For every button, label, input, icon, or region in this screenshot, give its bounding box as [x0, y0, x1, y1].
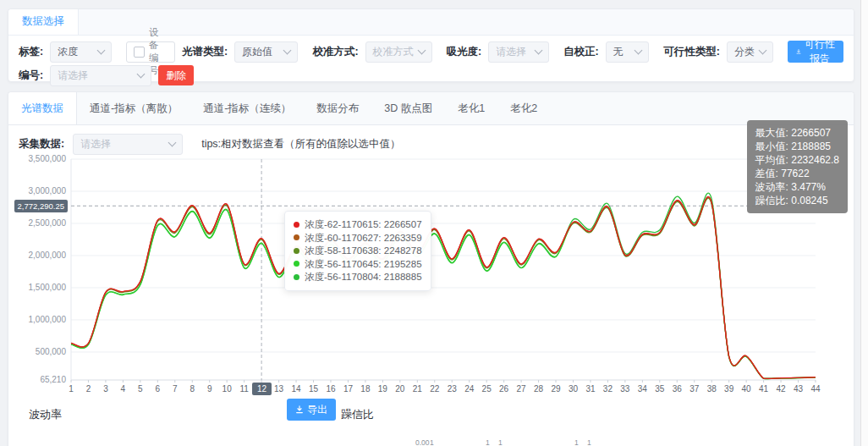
- tooltip-text: 浓度-56-1170645: 2195285: [305, 258, 422, 271]
- tooltip-text: 浓度-56-1170804: 2188885: [305, 271, 422, 284]
- x-axis-label: 35: [655, 384, 665, 394]
- tag-select-value: 浓度: [58, 45, 78, 59]
- x-axis-label: 19: [378, 384, 388, 394]
- number-placeholder: 请选择: [58, 69, 88, 83]
- y-axis-label: 2,000,000: [29, 251, 67, 260]
- calibration-select[interactable]: 校准方式: [365, 41, 432, 63]
- main-tab[interactable]: 3D 散点图: [371, 92, 445, 124]
- x-axis-label: 38: [707, 384, 717, 394]
- x-axis-label: 16: [326, 384, 336, 394]
- top-tabbar: 数据选择: [8, 9, 854, 36]
- y-axis-label: 65,210: [40, 375, 66, 384]
- main-tab[interactable]: 光谱数据: [8, 92, 77, 124]
- x-axis-pointer-badge: 12: [252, 383, 272, 395]
- x-axis-label: 43: [794, 384, 804, 394]
- stat-row: 平均值: 2232462.8: [755, 153, 839, 167]
- tag-select[interactable]: 浓度: [50, 41, 112, 63]
- self-calibration-value: 无: [613, 45, 624, 59]
- chevron-down-icon: [283, 47, 292, 55]
- spectrum-type-select[interactable]: 原始值: [234, 41, 298, 63]
- collect-row: 采集数据: 请选择 tips:相对数据查看（所有的值除以选中值）: [19, 132, 854, 156]
- x-axis-label: 5: [138, 384, 143, 394]
- tooltip-text: 浓度-60-1170627: 2263359: [305, 232, 422, 245]
- x-axis-label: 11: [239, 384, 249, 394]
- x-axis-label: 21: [413, 384, 423, 394]
- tab-data-selection[interactable]: 数据选择: [8, 9, 79, 35]
- tooltip-row: 浓度-60-1170627: 2263359: [294, 232, 422, 245]
- feasibility-report-button[interactable]: 可行性报告: [788, 41, 843, 63]
- y-axis-label: 3,000,000: [29, 186, 67, 195]
- self-calibration-select[interactable]: 无: [606, 41, 650, 63]
- filter-row-1: 标签: 浓度 设备编号 光谱类型: 原始值 校准方式: 校准方式: [19, 40, 843, 63]
- main-tab[interactable]: 通道-指标（连续）: [190, 92, 304, 124]
- noise-ratio-section-label: 躁信比: [341, 407, 374, 422]
- main-tab[interactable]: 通道-指标（离散）: [77, 92, 190, 124]
- volatility-section-label: 波动率: [29, 407, 62, 422]
- x-axis-label: 1: [69, 384, 74, 394]
- collect-data-select[interactable]: 请选择: [73, 134, 183, 155]
- x-axis-label: 30: [569, 384, 579, 394]
- collect-data-label: 采集数据:: [19, 137, 64, 151]
- chevron-down-icon: [168, 139, 177, 147]
- x-axis-label: 28: [534, 384, 544, 394]
- tooltip-row: 浓度-56-1170804: 2188885: [294, 271, 422, 284]
- tag-label: 标签:: [19, 45, 43, 59]
- chevron-down-icon: [137, 70, 146, 79]
- calibration-label: 校准方式:: [312, 45, 358, 59]
- series-dot-icon: [294, 222, 299, 228]
- x-axis-label: 4: [121, 384, 126, 394]
- x-axis-label: 25: [482, 384, 492, 394]
- series-dot-icon: [294, 234, 299, 240]
- x-axis-label: 39: [724, 384, 734, 394]
- axis-fragment-label: 1: [430, 438, 434, 446]
- stat-row: 波动率: 3.477%: [755, 180, 839, 194]
- collect-data-placeholder: 请选择: [80, 137, 111, 151]
- data-selection-card: 数据选择 标签: 浓度 设备编号 光谱类型: 原始值 校准方式:: [8, 8, 854, 82]
- main-tab[interactable]: 老化1: [445, 92, 497, 124]
- spectrum-type-value: 原始值: [242, 45, 272, 59]
- filters: 标签: 浓度 设备编号 光谱类型: 原始值 校准方式: 校准方式: [8, 36, 854, 87]
- axis-fragment-label: 1: [574, 438, 579, 446]
- axis-fragment-label: 1: [498, 438, 503, 446]
- x-axis-label: 10: [222, 384, 233, 394]
- chevron-down-icon: [97, 47, 106, 55]
- main-tab[interactable]: 数据分布: [304, 92, 371, 124]
- feasibility-type-label: 可行性类型:: [663, 45, 720, 59]
- main-tab[interactable]: 老化2: [497, 92, 550, 124]
- x-axis-label: 29: [551, 384, 561, 394]
- x-axis-label: 18: [360, 384, 371, 394]
- x-axis-label: 32: [603, 384, 613, 394]
- x-axis-label: 37: [689, 384, 700, 394]
- absorbance-select[interactable]: 请选择: [488, 41, 549, 63]
- calibration-placeholder: 校准方式: [373, 45, 414, 59]
- series-dot-icon: [294, 274, 299, 280]
- number-select[interactable]: 请选择: [50, 65, 151, 86]
- x-axis-label: 40: [742, 384, 752, 394]
- number-label: 编号:: [19, 69, 43, 83]
- y-axis-label: 500,000: [36, 347, 67, 356]
- tooltip-text: 浓度-58-1170638: 2248278: [305, 245, 422, 257]
- self-calibration-label: 自校正:: [563, 45, 599, 59]
- spectrum-card: 65,210500,0001,000,0001,500,0002,000,000…: [8, 91, 854, 446]
- tips-text: tips:相对数据查看（所有的值除以选中值）: [201, 137, 400, 151]
- absorbance-label: 吸光度:: [447, 45, 482, 59]
- delete-button[interactable]: 删除: [158, 65, 194, 85]
- feasibility-type-select[interactable]: 分类: [727, 41, 773, 63]
- x-axis-label: 8: [190, 384, 195, 394]
- chevron-down-icon: [635, 47, 643, 55]
- x-axis-label: 6: [156, 384, 161, 394]
- x-axis-label: 22: [430, 384, 440, 394]
- x-axis-label: 26: [499, 384, 509, 394]
- main-tabbar: 光谱数据通道-指标（离散）通道-指标（连续）数据分布3D 散点图老化1老化2: [8, 92, 854, 125]
- scrollbar[interactable]: [860, 0, 868, 446]
- download-icon: [796, 47, 801, 56]
- device-number-checkbox[interactable]: 设备编号: [126, 41, 175, 63]
- export-button[interactable]: 导出: [287, 399, 336, 421]
- x-axis-label: 36: [673, 384, 683, 394]
- axis-fragment-label: 1: [486, 438, 490, 446]
- x-axis-label: 24: [464, 384, 475, 394]
- x-axis-label: 3: [103, 384, 108, 394]
- y-axis-label: 1,000,000: [29, 315, 67, 324]
- stats-tooltip: 最大值: 2266507最小值: 2188885平均值: 2232462.8差值…: [747, 120, 848, 213]
- feasibility-report-label: 可行性报告: [805, 37, 835, 66]
